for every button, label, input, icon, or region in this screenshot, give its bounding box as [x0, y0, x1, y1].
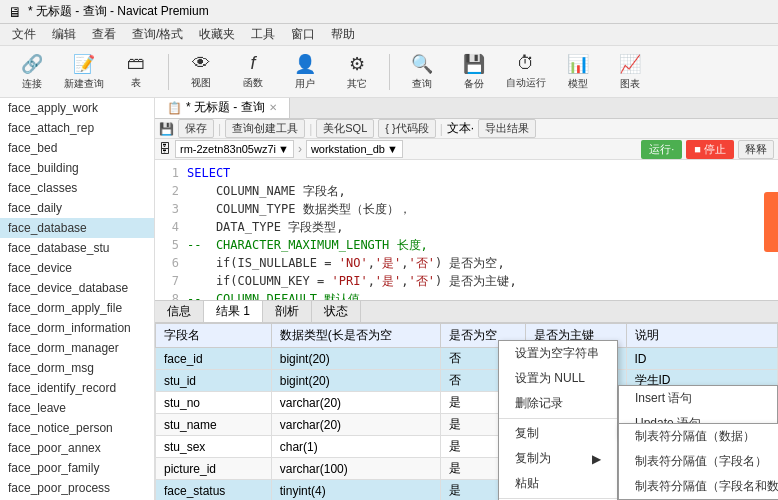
context-menu-set-empty-string[interactable]: 设置为空字符串: [499, 341, 617, 366]
col-header-name[interactable]: 字段名: [156, 324, 272, 348]
right-decoration: [764, 192, 778, 252]
cell-type: char(1): [271, 436, 440, 458]
menu-tools[interactable]: 工具: [243, 24, 283, 45]
new-query-icon: 📝: [73, 53, 95, 75]
result-tabs: 信息 结果 1 剖析 状态: [155, 301, 778, 323]
menu-help[interactable]: 帮助: [323, 24, 363, 45]
toolbar-query[interactable]: 🔍 查询: [398, 50, 446, 94]
qt-sep-1: |: [218, 122, 221, 136]
beautify-sql-button[interactable]: 美化SQL: [316, 119, 374, 138]
dropdown-arrow2-icon: ▼: [387, 143, 398, 155]
sidebar-item-face-identify-record[interactable]: face_identify_record: [0, 378, 154, 398]
context-menu-set-null[interactable]: 设置为 NULL: [499, 366, 617, 391]
sidebar-item-face-poor-annex[interactable]: face_poor_annex: [0, 438, 154, 458]
connection-dropdown[interactable]: rm-2zetn83n05wz7i ▼: [175, 140, 294, 158]
result-tab-profiling[interactable]: 剖析: [263, 301, 312, 322]
query-tab[interactable]: 📋 * 无标题 - 查询 ✕: [155, 98, 290, 118]
toolbar-backup[interactable]: 💾 备份: [450, 50, 498, 94]
database-dropdown[interactable]: workstation_db ▼: [306, 140, 403, 158]
sql-line-1: 1 SELECT: [163, 164, 770, 182]
toolbar-user[interactable]: 👤 用户: [281, 50, 329, 94]
display-tab-data[interactable]: 制表符分隔值（数据）: [619, 424, 778, 449]
sidebar-item-face-bed[interactable]: face_bed: [0, 138, 154, 158]
save-icon: 💾: [159, 122, 174, 136]
toolbar-chart[interactable]: 📈 图表: [606, 50, 654, 94]
run-button[interactable]: 运行·: [641, 140, 682, 159]
menu-favorites[interactable]: 收藏夹: [191, 24, 243, 45]
sidebar-item-face-poor-process[interactable]: face_poor_process: [0, 478, 154, 498]
menu-query[interactable]: 查询/格式: [124, 24, 191, 45]
sidebar-item-face-building[interactable]: face_building: [0, 158, 154, 178]
query-icon: 🔍: [411, 53, 433, 75]
context-menu-paste[interactable]: 粘贴: [499, 471, 617, 496]
result-tab-info[interactable]: 信息: [155, 301, 204, 322]
arrow-icon: ›: [298, 142, 302, 156]
toolbar-new-query[interactable]: 📝 新建查询: [60, 50, 108, 94]
sidebar-item-face-attach-rep[interactable]: face_attach_rep: [0, 118, 154, 138]
sidebar-item-face-classes[interactable]: face_classes: [0, 178, 154, 198]
submenu-arrow-icon: ▶: [592, 452, 601, 466]
context-menu: 设置为空字符串 设置为 NULL 删除记录 复制 复制为 ▶ 粘贴 显示 ▶: [498, 340, 618, 500]
save-button[interactable]: 保存: [178, 119, 214, 138]
text-label: 文本·: [447, 120, 474, 137]
toolbar-view[interactable]: 👁 视图: [177, 50, 225, 94]
toolbar-table[interactable]: 🗃 表: [112, 50, 160, 94]
title-bar: 🖥 * 无标题 - 查询 - Navicat Premium: [0, 0, 778, 24]
sidebar-item-face-leave[interactable]: face_leave: [0, 398, 154, 418]
context-menu-delete-record[interactable]: 删除记录: [499, 391, 617, 416]
sidebar-item-face-poor-family[interactable]: face_poor_family: [0, 458, 154, 478]
copy-as-insert[interactable]: Insert 语句: [619, 386, 777, 411]
toolbar-function[interactable]: f 函数: [229, 50, 277, 94]
toolbar-model[interactable]: 📊 模型: [554, 50, 602, 94]
sidebar-item-face-daily[interactable]: face_daily: [0, 198, 154, 218]
sidebar-item-face-device-database[interactable]: face_device_database: [0, 278, 154, 298]
cell-name: face_status: [156, 480, 272, 500]
toolbar-sep-2: [389, 54, 390, 90]
cell-name: stu_name: [156, 414, 272, 436]
menu-file[interactable]: 文件: [4, 24, 44, 45]
menu-window[interactable]: 窗口: [283, 24, 323, 45]
sidebar-item-face-dorm-apply-file[interactable]: face_dorm_apply_file: [0, 298, 154, 318]
col-header-comment[interactable]: 说明: [626, 324, 778, 348]
cell-type: tinyint(4): [271, 480, 440, 500]
main-toolbar: 🔗 连接 📝 新建查询 🗃 表 👁 视图 f 函数 👤 用户 ⚙ 其它: [0, 46, 778, 98]
menu-view[interactable]: 查看: [84, 24, 124, 45]
context-menu-copy-as[interactable]: 复制为 ▶: [499, 446, 617, 471]
stop-button[interactable]: ■ 停止: [686, 140, 734, 159]
toolbar-autorun[interactable]: ⏱ 自动运行: [502, 50, 550, 94]
col-header-type[interactable]: 数据类型(长是否为空: [271, 324, 440, 348]
cell-type: varchar(20): [271, 414, 440, 436]
model-icon: 📊: [567, 53, 589, 75]
cell-type: bigint(20): [271, 370, 440, 392]
toolbar-connect[interactable]: 🔗 连接: [8, 50, 56, 94]
menu-bar: 文件 编辑 查看 查询/格式 收藏夹 工具 窗口 帮助: [0, 24, 778, 46]
sidebar-item-face-apply-work[interactable]: face_apply_work: [0, 98, 154, 118]
query-tab-icon: 📋: [167, 101, 182, 115]
qt-sep-2: |: [309, 122, 312, 136]
menu-edit[interactable]: 编辑: [44, 24, 84, 45]
sidebar-item-face-device[interactable]: face_device: [0, 258, 154, 278]
tab-close-button[interactable]: ✕: [269, 102, 277, 113]
sidebar-item-face-notice-person[interactable]: face_notice_person: [0, 418, 154, 438]
sidebar-item-face-database-stu[interactable]: face_database_stu: [0, 238, 154, 258]
connect-icon: 🔗: [21, 53, 43, 75]
sidebar-item-face-dorm-msg[interactable]: face_dorm_msg: [0, 358, 154, 378]
explain-button[interactable]: 释释: [738, 140, 774, 159]
display-tab-field-name[interactable]: 制表符分隔值（字段名）: [619, 449, 778, 474]
table-row[interactable]: face_id bigint(20) 否 是 ID: [156, 348, 778, 370]
export-result-button[interactable]: 导出结果: [478, 119, 536, 138]
cell-type: varchar(100): [271, 458, 440, 480]
toolbar-other[interactable]: ⚙ 其它: [333, 50, 381, 94]
context-menu-copy[interactable]: 复制: [499, 421, 617, 446]
query-builder-button[interactable]: 查询创建工具: [225, 119, 305, 138]
sql-editor[interactable]: 1 SELECT 2 COLUMN_NAME 字段名, 3 COLUMN_TYP…: [155, 160, 778, 300]
title-text: * 无标题 - 查询 - Navicat Premium: [28, 3, 209, 20]
code-snippet-button[interactable]: { }代码段: [378, 119, 435, 138]
result-tab-result1[interactable]: 结果 1: [204, 301, 263, 322]
sidebar-item-face-dorm-info[interactable]: face_dorm_information: [0, 318, 154, 338]
sidebar-item-face-dorm-manager[interactable]: face_dorm_manager: [0, 338, 154, 358]
cell-type: varchar(20): [271, 392, 440, 414]
sidebar-item-face-database[interactable]: face_database: [0, 218, 154, 238]
display-tab-field-name-data[interactable]: 制表符分隔值（字段名和数据）: [619, 474, 778, 499]
result-tab-status[interactable]: 状态: [312, 301, 361, 322]
